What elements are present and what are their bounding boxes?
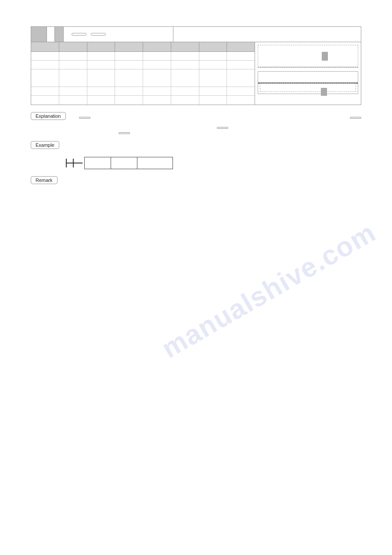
cell [143, 69, 171, 87]
right-panel [255, 42, 361, 105]
table-row [31, 52, 255, 61]
cell [227, 61, 255, 69]
explanation-label: Explanation [31, 112, 66, 120]
header-oval-2 [91, 33, 106, 36]
cell [115, 52, 143, 60]
col-header-2 [59, 42, 87, 51]
cell [87, 96, 115, 105]
main-area [31, 42, 361, 105]
explanation-section: Explanation [31, 112, 361, 134]
page-container: Explanation Example [0, 0, 392, 555]
cell [59, 69, 87, 87]
cell [227, 69, 255, 87]
cell [171, 52, 199, 60]
table-row [31, 61, 255, 69]
cell [87, 69, 115, 87]
cell [171, 61, 199, 69]
table-row [31, 87, 255, 96]
cell [87, 61, 115, 69]
cell [171, 96, 199, 105]
right-bottom-dashed-inner [260, 83, 356, 92]
cell [199, 61, 227, 69]
cell [227, 96, 255, 105]
cell [59, 52, 87, 60]
right-top-bar [322, 52, 328, 61]
cell [227, 87, 255, 95]
watermark: manualshive.com [156, 216, 381, 364]
example-section: Example [31, 141, 361, 169]
cell [31, 61, 59, 69]
header-cell-2 [47, 27, 55, 42]
right-top-box [258, 45, 358, 68]
cell [115, 69, 143, 87]
remark-label: Remark [31, 176, 58, 184]
cell [199, 87, 227, 95]
explanation-oval-b [350, 117, 361, 119]
cell [31, 69, 59, 87]
cell [171, 69, 199, 87]
header-right [173, 27, 361, 42]
cell [115, 61, 143, 69]
cell [31, 87, 59, 95]
cell [87, 87, 115, 95]
col-header-8 [227, 42, 255, 51]
example-diagram [66, 157, 361, 169]
ladder-h2 [74, 163, 83, 163]
example-label: Example [31, 141, 59, 149]
col-header-3 [87, 42, 115, 51]
cell [115, 96, 143, 105]
col-header-7 [199, 42, 227, 51]
header-oval-1 [72, 33, 86, 36]
table-header [31, 42, 255, 52]
table-data [31, 52, 255, 105]
remark-section: Remark [31, 176, 361, 188]
header-row [31, 26, 361, 42]
col-header-4 [115, 42, 143, 51]
cell [199, 52, 227, 60]
explanation-oval-a [79, 117, 90, 119]
explanation-oval-d [119, 132, 130, 134]
table-row [31, 69, 255, 87]
header-cell-1 [31, 27, 47, 42]
cell [87, 52, 115, 60]
cell [143, 87, 171, 95]
header-ovals-area [64, 27, 173, 42]
cell [31, 96, 59, 105]
cell [143, 96, 171, 105]
ladder-symbol [66, 159, 83, 167]
left-table [31, 42, 255, 105]
cell [143, 52, 171, 60]
cell [59, 61, 87, 69]
cell [143, 61, 171, 69]
right-bottom-bar [321, 88, 327, 96]
explanation-oval-c [217, 127, 228, 129]
col-header-5 [143, 42, 171, 51]
cell [31, 52, 59, 60]
box-cell-3 [137, 157, 173, 169]
cell [199, 96, 227, 105]
box-cell-1 [85, 157, 111, 169]
box-cells [84, 157, 173, 169]
table-row [31, 96, 255, 105]
cell [171, 87, 199, 95]
right-bottom-box [258, 71, 358, 94]
cell [59, 87, 87, 95]
header-cell-3 [55, 27, 64, 42]
col-header-1 [31, 42, 59, 51]
cell [199, 69, 227, 87]
cell [115, 87, 143, 95]
cell [227, 52, 255, 60]
cell [59, 96, 87, 105]
ladder-h1 [67, 163, 73, 163]
col-header-6 [171, 42, 199, 51]
box-cell-2 [111, 157, 137, 169]
right-top-line [258, 67, 358, 67]
